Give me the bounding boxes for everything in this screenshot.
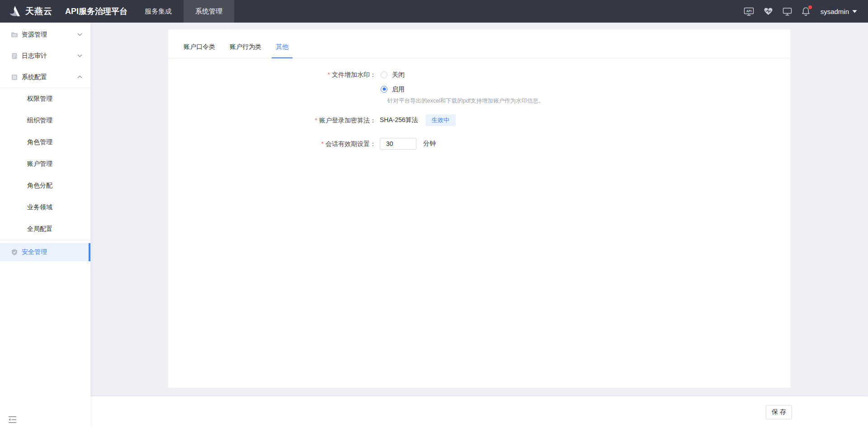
sidebar-subitem-permission-management[interactable]: 权限管理 <box>0 88 90 110</box>
sidebar-collapse-icon[interactable] <box>8 416 17 423</box>
chevron-down-icon <box>77 54 82 57</box>
encryption-label: *账户登录加密算法： <box>168 116 376 125</box>
brand-logo[interactable]: 天燕云 API服务治理平台 <box>0 5 127 17</box>
chevron-down-icon <box>77 33 82 36</box>
tab-account-behavior[interactable]: 账户行为类 <box>226 43 265 58</box>
screen-monitor-icon[interactable] <box>782 6 793 17</box>
sidebar-item-label: 安全管理 <box>22 248 47 256</box>
product-title: API服务治理平台 <box>65 6 127 17</box>
sidebar-item-label: 日志审计 <box>22 52 47 60</box>
user-name: sysadmin <box>821 8 849 15</box>
radio-label: 关闭 <box>392 70 405 79</box>
watermark-radio-group: 关闭 启用 针对平台导出的excel和下载的pdf支持增加账户作为水印信息。 <box>376 70 544 104</box>
folder-icon <box>11 31 18 38</box>
user-menu[interactable]: sysadmin <box>821 8 857 15</box>
content-area: 账户口令类 账户行为类 其他 *文件增加水印： 关闭 启用 <box>90 23 868 428</box>
required-mark: * <box>321 140 324 147</box>
bell-icon[interactable] <box>801 6 811 17</box>
sidebar-subitem-business-domain[interactable]: 业务领域 <box>0 197 90 218</box>
chevron-up-icon <box>77 75 82 79</box>
sidebar-subitem-role-management[interactable]: 角色管理 <box>0 132 90 153</box>
status-badge: 生效中 <box>425 114 456 126</box>
tab-account-password[interactable]: 账户口令类 <box>179 43 219 58</box>
nav-item-system-management[interactable]: 系统管理 <box>184 0 234 23</box>
notification-dot <box>808 5 812 9</box>
api-monitor-icon[interactable]: API <box>743 6 755 17</box>
form-row-session: *会话有效期设置： 分钟 <box>168 138 790 150</box>
radio-icon-unchecked[interactable] <box>381 71 387 78</box>
required-mark: * <box>315 117 317 124</box>
sidebar-subitem-global-config[interactable]: 全局配置 <box>0 218 90 240</box>
watermark-label: *文件增加水印： <box>168 70 376 104</box>
top-nav: 服务集成 系统管理 <box>133 0 234 23</box>
encryption-algorithm-value: SHA-256算法 <box>380 116 418 124</box>
audit-log-icon <box>11 52 18 60</box>
save-button[interactable]: 保 存 <box>766 405 792 419</box>
security-settings-form: *文件增加水印： 关闭 启用 针对平台导出的excel和下载的pdf支持增加账户… <box>168 58 790 150</box>
sidebar-item-label: 资源管理 <box>22 31 47 39</box>
session-unit-label: 分钟 <box>423 140 436 148</box>
form-row-encryption: *账户登录加密算法： SHA-256算法 生效中 <box>168 114 790 126</box>
sidebar-subitem-role-assignment[interactable]: 角色分配 <box>0 175 90 197</box>
footer-bar: 保 存 <box>90 396 868 428</box>
header-actions: API sysadmin <box>743 6 868 17</box>
session-timeout-input[interactable] <box>380 138 416 150</box>
shield-icon <box>11 249 18 256</box>
settings-card: 账户口令类 账户行为类 其他 *文件增加水印： 关闭 启用 <box>168 29 790 388</box>
brand-name: 天燕云 <box>25 5 52 17</box>
radio-label: 启用 <box>392 85 405 94</box>
radio-icon-checked[interactable] <box>381 86 387 93</box>
sidebar-subitem-organization-management[interactable]: 组织管理 <box>0 110 90 132</box>
sidebar-item-log-audit[interactable]: 日志审计 <box>0 45 90 66</box>
sidebar-item-system-config[interactable]: 系统配置 <box>0 66 90 88</box>
health-pulse-icon[interactable] <box>763 6 774 17</box>
nav-item-service-integration[interactable]: 服务集成 <box>133 0 184 23</box>
caret-down-icon <box>852 10 857 13</box>
sidebar: 资源管理 日志审计 <box>0 23 90 428</box>
brand-logo-icon <box>8 5 22 17</box>
form-row-watermark: *文件增加水印： 关闭 启用 针对平台导出的excel和下载的pdf支持增加账户… <box>168 70 790 104</box>
sidebar-item-label: 系统配置 <box>22 73 47 81</box>
sidebar-subitem-account-management[interactable]: 账户管理 <box>0 153 90 175</box>
radio-option-on[interactable]: 启用 <box>376 85 544 94</box>
menu-divider <box>0 240 90 240</box>
sidebar-item-resource-management[interactable]: 资源管理 <box>0 24 90 45</box>
watermark-help-text: 针对平台导出的excel和下载的pdf支持增加账户作为水印信息。 <box>387 97 544 104</box>
svg-text:API: API <box>746 9 751 12</box>
session-label: *会话有效期设置： <box>168 139 376 148</box>
sidebar-item-security-management[interactable]: 安全管理 <box>0 243 90 261</box>
required-mark: * <box>328 71 330 78</box>
radio-option-off[interactable]: 关闭 <box>376 70 544 79</box>
app-header: 天燕云 API服务治理平台 服务集成 系统管理 API <box>0 0 868 23</box>
sidebar-menu: 资源管理 日志审计 <box>0 23 90 261</box>
system-config-icon <box>11 74 18 81</box>
tab-other[interactable]: 其他 <box>272 43 292 58</box>
tab-bar: 账户口令类 账户行为类 其他 <box>168 29 790 58</box>
